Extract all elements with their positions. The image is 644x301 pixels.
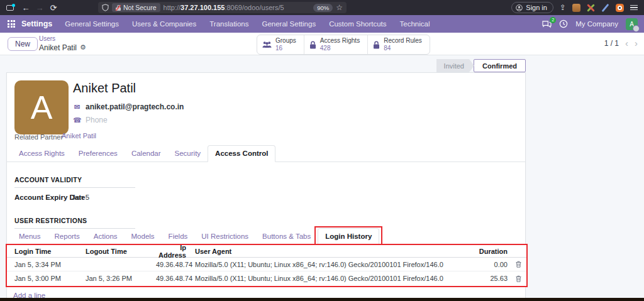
extension-pen-icon[interactable] [601, 4, 609, 12]
table-row[interactable]: Jan 5, 3:00 PM Jan 5, 3:26 PM 49.36.48.7… [7, 271, 526, 285]
status-step-confirmed[interactable]: Confirmed [474, 59, 526, 72]
tab-menus[interactable]: Menus [12, 229, 48, 244]
status-ribbon: Invited Confirmed [436, 59, 526, 72]
odoo-navbar: Settings General Settings Users & Compan… [0, 15, 644, 33]
signin-button[interactable]: Sign in [511, 2, 553, 13]
url-text[interactable]: http://37.27.100.155:8069/odoo/users/5 [164, 4, 284, 11]
pager: 1 / 1 ‹ › [604, 38, 638, 48]
menu-users-companies[interactable]: Users & Companies [132, 20, 196, 28]
breadcrumb-current: Aniket Patil [39, 43, 77, 53]
tab-fields[interactable]: Fields [162, 229, 195, 244]
lock-icon [309, 41, 316, 49]
browser-actions: Sign in ⇪ [511, 2, 644, 13]
window-bottom-edge [0, 298, 644, 301]
section-user-restrictions: USER RESTRICTIONS [14, 217, 135, 229]
tab-access-rights[interactable]: Access Rights [12, 146, 72, 161]
menu-hamburger-icon[interactable] [630, 5, 638, 11]
new-button[interactable]: New [8, 37, 38, 51]
gear-icon[interactable]: ⚙ [80, 43, 86, 52]
zoom-level-badge[interactable]: 90% [313, 4, 333, 12]
tab-actions[interactable]: Actions [87, 229, 125, 244]
menu-custom-shortcuts[interactable]: Custom Shortcuts [329, 20, 386, 28]
col-ip-address[interactable]: Ip Address [156, 244, 186, 259]
form-sheet: A Aniket Patil ✉ aniket.patil@pragtech.c… [6, 72, 526, 298]
menu-technical[interactable]: Technical [400, 20, 430, 28]
stat-access-rights-button[interactable]: Access Rights428 [304, 35, 367, 54]
control-panel: New Users Aniket Patil⚙ Groups16 Access … [0, 33, 644, 55]
content-area: Invited Confirmed A Aniket Patil ✉ anike… [0, 55, 644, 298]
shield-icon[interactable] [102, 4, 109, 11]
url-bar[interactable]: Not Secure http://37.27.100.155:8069/odo… [98, 2, 347, 13]
menu-general-settings-2[interactable]: General Settings [262, 20, 316, 28]
phone-field[interactable]: ☎ Phone [73, 116, 108, 124]
pager-next-icon[interactable]: › [635, 38, 638, 48]
extension-cross-icon[interactable] [587, 4, 595, 12]
avatar[interactable]: A [14, 80, 69, 134]
table-row[interactable]: Jan 5, 3:34 PM 49.36.48.74 Mozilla/5.0 (… [7, 258, 526, 271]
menu-general-settings[interactable]: General Settings [65, 20, 119, 28]
tab-models[interactable]: Models [125, 229, 162, 244]
security-label: Not Secure [123, 4, 157, 11]
page-title[interactable]: Aniket Patil [73, 81, 136, 96]
restriction-tabs: Menus Reports Actions Models Fields UI R… [7, 228, 525, 245]
bookmark-star-icon[interactable]: ☆ [336, 3, 343, 12]
broken-lock-icon [116, 5, 121, 11]
section-account-validity: ACCOUNT VALIDITY [14, 176, 135, 188]
annotation-box-table: Login Time Logout Time Ip Address User A… [6, 244, 528, 287]
tab-calendar[interactable]: Calendar [125, 146, 168, 161]
security-chip[interactable]: Not Secure [112, 3, 160, 12]
tab-overview-icon[interactable] [6, 5, 14, 11]
breadcrumb-parent[interactable]: Users [39, 35, 86, 43]
pager-value: 1 / 1 [604, 39, 619, 48]
status-step-invited[interactable]: Invited [436, 59, 474, 72]
col-user-agent[interactable]: User Agent [186, 248, 470, 255]
activities-clock-icon[interactable] [559, 19, 568, 28]
user-avatar[interactable]: A [626, 18, 638, 30]
breadcrumb: Users Aniket Patil⚙ [39, 35, 86, 53]
trash-icon[interactable] [516, 261, 521, 268]
related-partner-label: Related Partner? [14, 132, 66, 141]
browser-toolbar: ← → ⟳ Not Secure http://37.27.100.155:80… [0, 0, 644, 15]
col-duration[interactable]: Duration [470, 248, 508, 255]
back-icon[interactable]: ← [19, 3, 33, 13]
tab-buttons-tabs[interactable]: Buttons & Tabs [255, 229, 318, 244]
message-count-badge: 2 [550, 17, 556, 23]
lock-icon [373, 41, 380, 49]
extension-logo-icon[interactable] [616, 4, 624, 12]
stat-groups-button[interactable]: Groups16 [257, 35, 304, 54]
stat-buttons: Groups16 Access Rights428 Record Rules84 [257, 35, 430, 55]
email-field[interactable]: ✉ aniket.patil@pragtech.co.in [73, 102, 184, 111]
messages-button[interactable]: 2 [542, 20, 552, 28]
navbar-right: 2 My Company A [542, 18, 644, 30]
phone-icon: ☎ [73, 116, 81, 124]
envelope-icon: ✉ [73, 103, 81, 111]
share-icon[interactable]: ⇪ [560, 3, 566, 12]
table-header: Login Time Logout Time Ip Address User A… [7, 245, 526, 258]
tab-ui-restrictions[interactable]: UI Restrictions [194, 229, 255, 244]
tab-security[interactable]: Security [168, 146, 208, 161]
related-partner-link[interactable]: Aniket Patil [62, 132, 96, 140]
main-tabs: Access Rights Preferences Calendar Secur… [7, 144, 525, 162]
tab-preferences[interactable]: Preferences [72, 146, 125, 161]
users-group-icon [262, 41, 272, 48]
pager-previous-icon[interactable]: ‹ [625, 38, 628, 48]
company-name[interactable]: My Company [575, 20, 618, 28]
account-icon [516, 4, 523, 11]
screen: ← → ⟳ Not Secure http://37.27.100.155:80… [0, 0, 644, 301]
account-expiry-value[interactable]: Jan 5 [72, 194, 89, 201]
app-name[interactable]: Settings [21, 19, 52, 28]
tab-access-control[interactable]: Access Control [208, 145, 275, 162]
stat-record-rules-button[interactable]: Record Rules84 [367, 35, 430, 54]
col-logout-time[interactable]: Logout Time [86, 248, 156, 255]
tab-login-history[interactable]: Login History [318, 228, 379, 245]
tab-reports[interactable]: Reports [48, 229, 87, 244]
menu-translations[interactable]: Translations [209, 20, 248, 28]
col-login-time[interactable]: Login Time [14, 248, 86, 255]
trash-icon[interactable] [516, 275, 521, 282]
reload-icon[interactable]: ⟳ [47, 3, 60, 13]
forward-icon[interactable]: → [33, 3, 47, 13]
apps-grid-icon[interactable] [8, 20, 15, 28]
extension-icon[interactable] [572, 4, 580, 12]
